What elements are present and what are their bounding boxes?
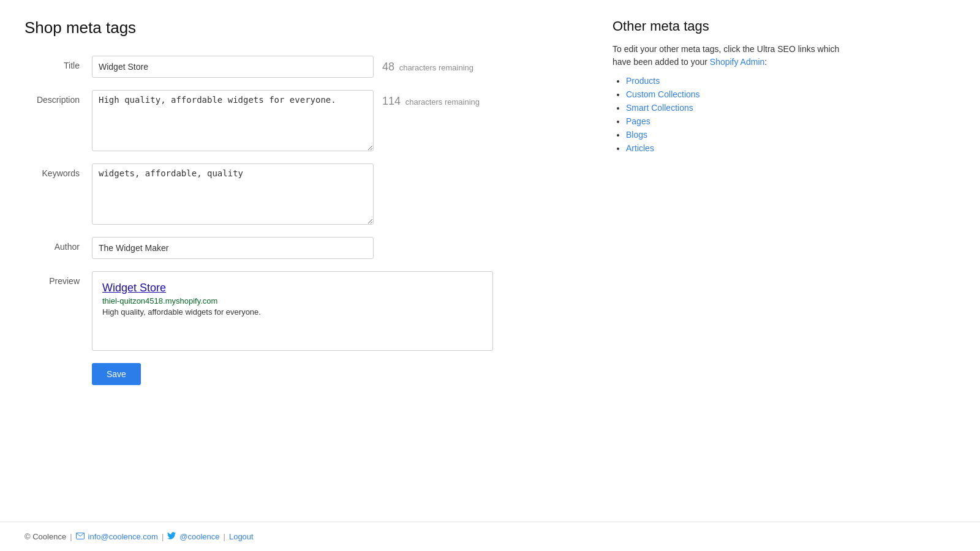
twitter-icon	[167, 532, 176, 541]
copyright: © Coolence	[24, 532, 66, 541]
preview-label: Preview	[24, 271, 92, 286]
mail-icon	[76, 532, 85, 541]
preview-title[interactable]: Widget Store	[102, 282, 483, 294]
page-title: Shop meta tags	[24, 18, 576, 37]
list-item: Smart Collections	[626, 103, 845, 113]
title-input[interactable]	[92, 56, 374, 78]
list-item: Custom Collections	[626, 89, 845, 99]
other-meta-links: Products Custom Collections Smart Collec…	[612, 76, 845, 153]
other-meta-description: To edit your other meta tags, click the …	[612, 43, 845, 69]
preview-description: High quality, affordable widgets for eve…	[102, 307, 483, 317]
list-item: Articles	[626, 143, 845, 153]
description-input[interactable]: High quality, affordable widgets for eve…	[92, 90, 374, 151]
email-link[interactable]: info@coolence.com	[88, 532, 158, 541]
preview-box: Widget Store thiel-quitzon4518.myshopify…	[92, 271, 493, 351]
blogs-link[interactable]: Blogs	[626, 130, 647, 140]
list-item: Products	[626, 76, 845, 86]
author-label: Author	[24, 237, 92, 252]
products-link[interactable]: Products	[626, 76, 660, 86]
keywords-input[interactable]: widgets, affordable, quality	[92, 163, 374, 225]
shopify-admin-link[interactable]: Shopify Admin	[710, 57, 765, 67]
pages-link[interactable]: Pages	[626, 116, 650, 126]
description-label: Description	[24, 90, 92, 105]
custom-collections-link[interactable]: Custom Collections	[626, 89, 700, 99]
articles-link[interactable]: Articles	[626, 143, 654, 153]
footer-sep3: |	[224, 532, 225, 541]
footer: © Coolence | info@coolence.com | @coolen…	[0, 522, 980, 551]
footer-sep2: |	[162, 532, 164, 541]
keywords-label: Keywords	[24, 163, 92, 178]
list-item: Pages	[626, 116, 845, 126]
description-char-count: 114 characters remaining	[382, 90, 480, 108]
list-item: Blogs	[626, 130, 845, 140]
other-meta-title: Other meta tags	[612, 18, 845, 34]
title-label: Title	[24, 56, 92, 70]
save-button[interactable]: Save	[92, 363, 141, 385]
twitter-link[interactable]: @coolence	[179, 532, 219, 541]
preview-url: thiel-quitzon4518.myshopify.com	[102, 296, 483, 305]
logout-link[interactable]: Logout	[229, 532, 254, 541]
title-char-count: 48 characters remaining	[382, 56, 473, 73]
author-input[interactable]	[92, 237, 374, 259]
footer-sep1: |	[70, 532, 72, 541]
smart-collections-link[interactable]: Smart Collections	[626, 103, 693, 113]
